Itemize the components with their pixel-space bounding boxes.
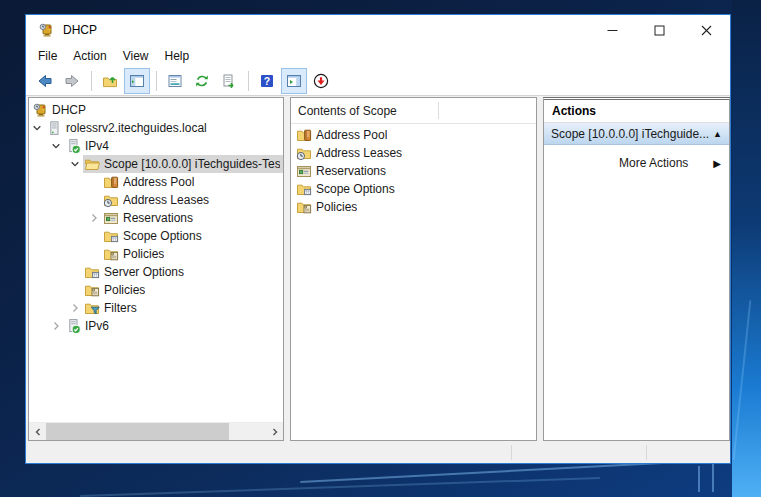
- panel-left-icon: [129, 73, 145, 89]
- results-pane: Contents of Scope Address PoolAddress Le…: [290, 97, 537, 441]
- reservations-icon: [103, 210, 119, 226]
- tree-indent: [29, 290, 67, 291]
- tree-item-label: IPv6: [85, 319, 109, 333]
- list-item-policies[interactable]: Policies: [291, 198, 536, 216]
- tree-indent: [29, 182, 86, 183]
- chevron-right-icon[interactable]: [86, 210, 102, 226]
- tree-item-ipv6[interactable]: IPv6: [29, 317, 283, 335]
- more-actions-item[interactable]: More Actions ▶: [544, 154, 729, 172]
- dhcp-console-window: DHCP FileActionViewHelp ? DHCProlessrv2.…: [25, 14, 731, 464]
- help-button[interactable]: ?: [254, 68, 280, 94]
- list-item-address-leases[interactable]: Address Leases: [291, 144, 536, 162]
- column-header-contents-of-scope[interactable]: Contents of Scope: [291, 98, 536, 124]
- desktop: DHCP FileActionViewHelp ? DHCProlessrv2.…: [0, 0, 761, 497]
- up-one-level-button[interactable]: [97, 68, 123, 94]
- tree-item-label: Scope [10.0.0.0] iTechguides-Test: [104, 157, 280, 171]
- statusbar-divider: [646, 445, 647, 460]
- scroll-left-button[interactable]: [29, 423, 46, 440]
- tree-item-address-pool[interactable]: Address Pool: [29, 173, 283, 191]
- column-header-label: Contents of Scope: [298, 104, 397, 118]
- tree-item-scope-options[interactable]: Scope Options: [29, 227, 283, 245]
- scroll-right-button[interactable]: [266, 423, 283, 440]
- scope-options-icon: [296, 181, 312, 197]
- folder-open-icon: [84, 156, 100, 172]
- column-divider[interactable]: [438, 102, 439, 119]
- actions-group-header-scope[interactable]: Scope [10.0.0.0] iTechguide... ▲: [544, 123, 729, 145]
- chevron-down-icon[interactable]: [48, 138, 64, 154]
- scope-options-icon: [103, 228, 119, 244]
- chevron-left-icon: [34, 428, 42, 436]
- statusbar-divider: [511, 445, 512, 460]
- properties-button[interactable]: [162, 68, 188, 94]
- close-button[interactable]: [683, 15, 730, 45]
- tree-item-content: Scope Options: [102, 227, 283, 245]
- arrow-left-icon: [37, 73, 53, 89]
- menu-action[interactable]: Action: [65, 47, 114, 65]
- tree-horizontal-scrollbar[interactable]: [29, 422, 283, 440]
- show-console-tree-button[interactable]: [124, 68, 150, 94]
- menu-file[interactable]: File: [30, 47, 65, 65]
- toolbar: ?: [26, 66, 730, 96]
- list-item-label: Reservations: [316, 164, 386, 178]
- svg-text:?: ?: [264, 75, 270, 87]
- tree-item-ipv4[interactable]: IPv4: [29, 137, 283, 155]
- dhcp-app-icon[interactable]: [37, 21, 55, 39]
- arrow-right-icon: [64, 73, 80, 89]
- tree-item-reservations[interactable]: Reservations: [29, 209, 283, 227]
- tree-item-policies[interactable]: Policies: [29, 281, 283, 299]
- chevron-down-icon[interactable]: [29, 120, 45, 136]
- wallpaper-beam: [712, 462, 714, 492]
- forward-button[interactable]: [59, 68, 85, 94]
- minimize-button[interactable]: [589, 15, 636, 45]
- toolbar-separator: [248, 71, 249, 91]
- refresh-button[interactable]: [189, 68, 215, 94]
- properties-icon: [167, 73, 183, 89]
- maximize-button[interactable]: [636, 15, 683, 45]
- tree-item-content: Policies: [83, 281, 283, 299]
- tree-item-label: rolessrv2.itechguides.local: [66, 121, 207, 135]
- tree-item-filters[interactable]: Filters: [29, 299, 283, 317]
- list-item-scope-options[interactable]: Scope Options: [291, 180, 536, 198]
- window-title: DHCP: [63, 23, 97, 37]
- show-action-pane-button[interactable]: [281, 68, 307, 94]
- list-item-address-pool[interactable]: Address Pool: [291, 126, 536, 144]
- tree-item-scope-10-0-0-0-itechguides-test[interactable]: Scope [10.0.0.0] iTechguides-Test: [29, 155, 283, 173]
- tree-item-label: IPv4: [85, 139, 109, 153]
- tree-item-content: Address Pool: [102, 173, 283, 191]
- list-item-label: Address Pool: [316, 128, 387, 142]
- expander-spacer: [86, 246, 102, 262]
- scrollbar-thumb[interactable]: [46, 423, 229, 440]
- chevron-down-icon[interactable]: [67, 156, 83, 172]
- expander-spacer: [86, 174, 102, 190]
- tree-item-content: IPv4: [64, 137, 283, 155]
- list-item-reservations[interactable]: Reservations: [291, 162, 536, 180]
- tree-item-content: Server Options: [83, 263, 283, 281]
- chevron-right-icon[interactable]: [48, 318, 64, 334]
- back-button[interactable]: [32, 68, 58, 94]
- export-list-button[interactable]: [216, 68, 242, 94]
- export-icon: [221, 73, 237, 89]
- tree-item-content: rolessrv2.itechguides.local: [45, 119, 283, 137]
- dhcp-statistics-button[interactable]: [308, 68, 334, 94]
- chevron-right-icon[interactable]: [67, 300, 83, 316]
- tree-item-rolessrv2-itechguides-local[interactable]: rolessrv2.itechguides.local: [29, 119, 283, 137]
- tree-item-label: Filters: [104, 301, 137, 315]
- tree-item-address-leases[interactable]: Address Leases: [29, 191, 283, 209]
- tree-indent: [29, 146, 48, 147]
- tree-item-policies[interactable]: Policies: [29, 245, 283, 263]
- tree-indent: [29, 272, 67, 273]
- tree-item-server-options[interactable]: Server Options: [29, 263, 283, 281]
- filters-icon: [84, 300, 100, 316]
- server-check-icon: [65, 138, 81, 154]
- menu-view[interactable]: View: [115, 47, 157, 65]
- console-tree-pane: DHCProlessrv2.itechguides.localIPv4Scope…: [28, 97, 284, 441]
- tree-indent: [29, 236, 86, 237]
- menu-help[interactable]: Help: [157, 47, 198, 65]
- menubar: FileActionViewHelp: [26, 45, 730, 66]
- tree-item-content: Scope [10.0.0.0] iTechguides-Test: [83, 155, 283, 173]
- actions-pane: Actions Scope [10.0.0.0] iTechguide... ▲…: [543, 97, 730, 441]
- dhcp-icon: [32, 102, 48, 118]
- tree-item-dhcp[interactable]: DHCP: [29, 101, 283, 119]
- server-icon: [46, 120, 62, 136]
- list-item-label: Policies: [316, 200, 357, 214]
